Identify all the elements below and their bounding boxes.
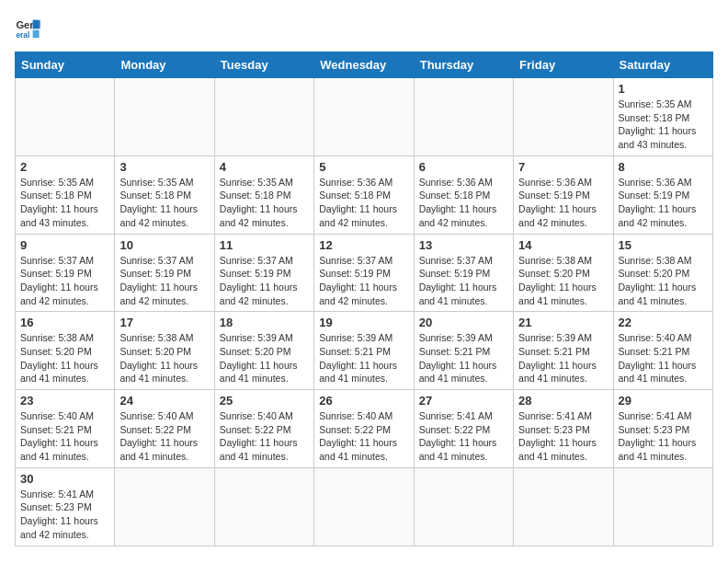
calendar-cell [214,78,313,156]
calendar-cell [115,78,214,156]
day-info: Sunrise: 5:36 AM Sunset: 5:19 PM Dayligh… [619,176,708,230]
day-info: Sunrise: 5:37 AM Sunset: 5:19 PM Dayligh… [220,254,309,308]
calendar-cell [514,78,613,156]
calendar-cell: 6Sunrise: 5:36 AM Sunset: 5:18 PM Daylig… [414,155,513,234]
day-number: 28 [518,394,608,408]
calendar-cell: 26Sunrise: 5:40 AM Sunset: 5:22 PM Dayli… [314,390,414,468]
calendar-cell: 8Sunrise: 5:36 AM Sunset: 5:19 PM Daylig… [613,155,712,234]
day-header-saturday: Saturday [613,52,712,78]
day-number: 9 [20,238,109,252]
day-info: Sunrise: 5:37 AM Sunset: 5:19 PM Dayligh… [119,254,209,308]
calendar-cell: 4Sunrise: 5:35 AM Sunset: 5:18 PM Daylig… [214,155,313,234]
calendar-cell: 9Sunrise: 5:37 AM Sunset: 5:19 PM Daylig… [16,234,115,312]
day-number: 30 [20,472,109,486]
day-info: Sunrise: 5:39 AM Sunset: 5:21 PM Dayligh… [319,331,408,385]
svg-text:eral: eral [16,30,29,40]
calendar-cell [16,78,115,156]
day-number: 26 [319,394,408,408]
day-info: Sunrise: 5:41 AM Sunset: 5:22 PM Dayligh… [419,409,508,464]
calendar-cell: 22Sunrise: 5:40 AM Sunset: 5:21 PM Dayli… [613,312,712,390]
day-number: 3 [119,160,209,174]
calendar-cell: 25Sunrise: 5:40 AM Sunset: 5:22 PM Dayli… [214,390,313,468]
calendar-cell: 24Sunrise: 5:40 AM Sunset: 5:22 PM Dayli… [115,390,214,468]
calendar-cell: 10Sunrise: 5:37 AM Sunset: 5:19 PM Dayli… [115,234,214,312]
day-header-friday: Friday [514,52,613,78]
day-info: Sunrise: 5:35 AM Sunset: 5:18 PM Dayligh… [119,176,209,230]
day-number: 19 [319,316,408,329]
calendar-cell: 18Sunrise: 5:39 AM Sunset: 5:20 PM Dayli… [214,312,313,390]
calendar-cell: 5Sunrise: 5:36 AM Sunset: 5:18 PM Daylig… [314,155,414,234]
day-number: 1 [619,82,708,96]
calendar-cell [414,467,513,546]
logo-icon: Gen eral [15,15,40,40]
day-info: Sunrise: 5:37 AM Sunset: 5:19 PM Dayligh… [319,254,408,308]
week-row-5: 23Sunrise: 5:40 AM Sunset: 5:21 PM Dayli… [16,390,713,468]
week-row-4: 16Sunrise: 5:38 AM Sunset: 5:20 PM Dayli… [16,312,713,390]
calendar-cell: 17Sunrise: 5:38 AM Sunset: 5:20 PM Dayli… [115,312,214,390]
day-number: 6 [419,160,508,174]
day-number: 21 [518,316,608,329]
day-number: 11 [220,238,309,252]
week-row-1: 1Sunrise: 5:35 AM Sunset: 5:18 PM Daylig… [16,78,713,156]
day-info: Sunrise: 5:35 AM Sunset: 5:18 PM Dayligh… [619,98,708,152]
week-row-2: 2Sunrise: 5:35 AM Sunset: 5:18 PM Daylig… [16,155,713,234]
day-header-sunday: Sunday [16,52,115,78]
day-info: Sunrise: 5:36 AM Sunset: 5:19 PM Dayligh… [518,176,608,230]
svg-marker-3 [33,30,40,38]
day-info: Sunrise: 5:41 AM Sunset: 5:23 PM Dayligh… [20,488,109,542]
calendar-cell: 21Sunrise: 5:39 AM Sunset: 5:21 PM Dayli… [514,312,613,390]
day-number: 17 [119,316,209,329]
day-number: 2 [20,160,109,174]
calendar-cell: 29Sunrise: 5:41 AM Sunset: 5:23 PM Dayli… [613,390,712,468]
header: Gen eral [15,15,713,40]
day-number: 29 [619,394,708,408]
day-info: Sunrise: 5:39 AM Sunset: 5:21 PM Dayligh… [518,331,608,385]
calendar-cell [214,467,313,546]
calendar-cell: 16Sunrise: 5:38 AM Sunset: 5:20 PM Dayli… [16,312,115,390]
calendar-cell: 14Sunrise: 5:38 AM Sunset: 5:20 PM Dayli… [514,234,613,312]
day-number: 20 [419,316,508,329]
day-number: 7 [518,160,608,174]
calendar-cell: 2Sunrise: 5:35 AM Sunset: 5:18 PM Daylig… [16,155,115,234]
day-info: Sunrise: 5:40 AM Sunset: 5:21 PM Dayligh… [20,409,109,464]
day-number: 25 [220,394,309,408]
day-info: Sunrise: 5:38 AM Sunset: 5:20 PM Dayligh… [619,254,708,308]
day-number: 18 [220,316,309,329]
day-number: 15 [619,238,708,252]
day-number: 12 [319,238,408,252]
day-info: Sunrise: 5:40 AM Sunset: 5:22 PM Dayligh… [119,409,209,464]
calendar-table: SundayMondayTuesdayWednesdayThursdayFrid… [15,52,713,546]
calendar-cell [414,78,513,156]
day-number: 8 [619,160,708,174]
day-number: 4 [220,160,309,174]
day-info: Sunrise: 5:40 AM Sunset: 5:22 PM Dayligh… [319,409,408,464]
calendar-cell: 3Sunrise: 5:35 AM Sunset: 5:18 PM Daylig… [115,155,214,234]
calendar-cell: 13Sunrise: 5:37 AM Sunset: 5:19 PM Dayli… [414,234,513,312]
day-header-thursday: Thursday [414,52,513,78]
day-info: Sunrise: 5:39 AM Sunset: 5:20 PM Dayligh… [220,331,309,385]
day-info: Sunrise: 5:41 AM Sunset: 5:23 PM Dayligh… [619,409,708,464]
day-info: Sunrise: 5:41 AM Sunset: 5:23 PM Dayligh… [518,409,608,464]
day-info: Sunrise: 5:35 AM Sunset: 5:18 PM Dayligh… [20,176,109,230]
calendar-cell: 12Sunrise: 5:37 AM Sunset: 5:19 PM Dayli… [314,234,414,312]
calendar-cell [314,467,414,546]
calendar-cell: 20Sunrise: 5:39 AM Sunset: 5:21 PM Dayli… [414,312,513,390]
day-info: Sunrise: 5:38 AM Sunset: 5:20 PM Dayligh… [119,331,209,385]
day-header-wednesday: Wednesday [314,52,414,78]
day-info: Sunrise: 5:37 AM Sunset: 5:19 PM Dayligh… [419,254,508,308]
day-number: 27 [419,394,508,408]
calendar-cell: 28Sunrise: 5:41 AM Sunset: 5:23 PM Dayli… [514,390,613,468]
day-number: 14 [518,238,608,252]
week-row-3: 9Sunrise: 5:37 AM Sunset: 5:19 PM Daylig… [16,234,713,312]
calendar-cell [514,467,613,546]
calendar-cell: 19Sunrise: 5:39 AM Sunset: 5:21 PM Dayli… [314,312,414,390]
day-number: 23 [20,394,109,408]
week-row-6: 30Sunrise: 5:41 AM Sunset: 5:23 PM Dayli… [16,467,713,546]
calendar-cell: 11Sunrise: 5:37 AM Sunset: 5:19 PM Dayli… [214,234,313,312]
calendar-cell: 23Sunrise: 5:40 AM Sunset: 5:21 PM Dayli… [16,390,115,468]
day-info: Sunrise: 5:39 AM Sunset: 5:21 PM Dayligh… [419,331,508,385]
calendar-cell [115,467,214,546]
day-number: 22 [619,316,708,329]
day-info: Sunrise: 5:38 AM Sunset: 5:20 PM Dayligh… [518,254,608,308]
logo: Gen eral [15,15,44,40]
